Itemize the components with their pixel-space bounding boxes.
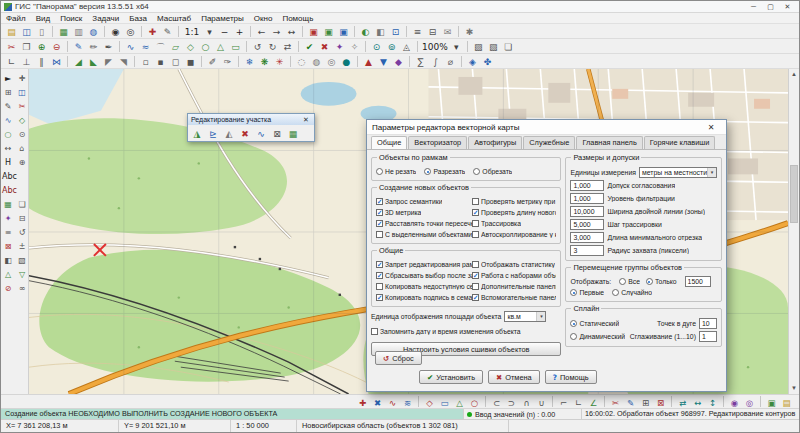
annotate-icon[interactable]: ✐ — [205, 55, 220, 68]
undo-icon[interactable]: ↺ — [250, 40, 265, 53]
dialog-tab[interactable]: Автофигуры — [468, 136, 522, 149]
hatch-icon[interactable]: ▨ — [471, 40, 486, 53]
checkbox-item[interactable]: ✓Проверять длину нового отрезка — [472, 207, 556, 218]
new-map-icon[interactable]: ▯ — [34, 25, 49, 38]
crosshair-icon[interactable]: ✛ — [15, 71, 29, 85]
small-square-icon[interactable]: ▫ — [138, 55, 153, 68]
snap-node-icon[interactable]: ⊚ — [384, 40, 399, 53]
star-outline-icon[interactable]: ✧ — [347, 40, 362, 53]
save-icon[interactable]: ◫ — [19, 25, 34, 38]
message-icon[interactable]: ✉ — [440, 25, 455, 38]
size-value-field[interactable]: 5,000 — [570, 219, 604, 230]
diamond-icon[interactable]: ◆ — [391, 55, 406, 68]
triangle-up-icon[interactable]: ▲ — [361, 55, 376, 68]
ellipse-icon[interactable]: ○ — [1, 127, 15, 141]
remove-grid-icon[interactable]: ⊠ — [653, 396, 668, 408]
move-count-field[interactable]: 1500 — [685, 276, 711, 287]
rhomb-icon[interactable]: ◇ — [422, 396, 437, 408]
tri-icon[interactable]: △ — [452, 396, 467, 408]
curve-icon[interactable]: ∿ — [1, 113, 15, 127]
find-object-icon[interactable]: ◎ — [123, 25, 138, 38]
copy-frame-icon[interactable]: ❏ — [15, 197, 29, 211]
scroll-down-icon[interactable]: ▼ — [789, 383, 799, 394]
radio-item[interactable]: Не резать — [376, 166, 416, 177]
map-sheet-icon[interactable]: ▥ — [71, 25, 86, 38]
asterisk-green-icon[interactable]: ❋ — [257, 55, 272, 68]
size-value-field[interactable]: 3,000 — [570, 232, 604, 243]
scale-list-dropdown[interactable]: ▾ — [202, 25, 217, 38]
panel-close-icon[interactable]: ✕ — [301, 116, 311, 124]
checkbox-item[interactable]: ✓Работа с наборами объектов — [472, 270, 556, 281]
binoculars-search-icon[interactable]: ◉ — [108, 25, 123, 38]
size-value-field[interactable]: 3 — [570, 245, 604, 256]
window-titlebar[interactable]: ГИС "Панорама" версия 13.5.51 x64 ─ ▢ ✕ — [1, 1, 799, 13]
menu-item[interactable]: Масштаб — [152, 13, 196, 24]
perpendicular-icon[interactable]: ⊥ — [19, 55, 34, 68]
subset-icon[interactable]: ⊂ — [489, 396, 504, 408]
fill-square-icon[interactable]: ▣ — [764, 396, 779, 408]
building-icon[interactable]: ⌂ — [15, 141, 29, 155]
merge-icon[interactable]: ⊵ — [205, 126, 221, 140]
dialog-tab[interactable]: Главная панель — [576, 136, 642, 149]
plus-minus-icon[interactable]: ± — [15, 239, 29, 253]
superset-icon[interactable]: ⊃ — [504, 396, 519, 408]
scroll-up-icon[interactable]: ▲ — [789, 69, 799, 80]
scroll-thumb[interactable] — [790, 165, 798, 223]
zoom-in-icon[interactable]: + — [232, 25, 247, 38]
redo-icon[interactable]: ↻ — [265, 40, 280, 53]
triangle-icon[interactable]: △ — [213, 40, 228, 53]
area-edit-icon[interactable]: ◮ — [189, 126, 205, 140]
dialog-close-icon[interactable]: ✕ — [701, 123, 721, 132]
small-filled-square-icon[interactable]: ▪ — [153, 55, 168, 68]
checkbox-item[interactable]: ✓Расставлять точки пересечений — [376, 218, 472, 229]
pattern-icon[interactable]: ▧ — [15, 253, 29, 267]
scale-cell[interactable]: 1 : 50 000 — [231, 420, 297, 433]
radio-item[interactable]: Случайно — [612, 287, 652, 298]
target-icon[interactable]: ◉ — [727, 396, 742, 408]
text-label-alt-tool[interactable]: Abc — [1, 183, 15, 197]
maximize-button[interactable]: ▢ — [762, 1, 779, 12]
open-map-icon[interactable]: ▤ — [4, 25, 19, 38]
pen-icon[interactable]: ✒ — [101, 40, 116, 53]
spline-value-field[interactable]: 10 — [699, 318, 717, 329]
edit-icon[interactable]: ✎ — [1, 99, 15, 113]
dialog-tab[interactable]: Горячие клавиши — [644, 136, 716, 149]
arc-icon[interactable]: ⌒ — [153, 40, 168, 53]
create-object-icon[interactable]: ✚ — [145, 25, 160, 38]
checkbox-item[interactable]: Копировать недоступную семантику — [376, 281, 472, 292]
pan-right-icon[interactable]: → — [269, 25, 284, 38]
size-value-field[interactable]: 10,000 — [570, 206, 604, 217]
radio-item[interactable]: Разрезать — [424, 166, 465, 177]
pan-left-icon[interactable]: ← — [254, 25, 269, 38]
radio-item[interactable]: Все — [619, 276, 640, 287]
snap-point-icon[interactable]: ⊙ — [369, 40, 384, 53]
reset-button[interactable]: ↺ Сброс — [375, 351, 422, 365]
collapse-icon[interactable]: ⊟ — [15, 211, 29, 225]
select-area-icon[interactable]: ⊡ — [388, 25, 403, 38]
cross-leaf-icon[interactable]: ✤ — [480, 55, 495, 68]
area-unit-combobox[interactable]: кв.м ▾ — [504, 311, 546, 322]
help-button[interactable]: ? Помощь — [545, 370, 597, 384]
waves-icon[interactable]: ≋ — [400, 396, 415, 408]
forbid-icon[interactable]: ⊘ — [1, 281, 15, 295]
fill-icon[interactable]: ▦ — [1, 197, 15, 211]
area-editing-panel-titlebar[interactable]: Редактирование участка ✕ — [188, 114, 314, 125]
radio-item[interactable]: Первые — [570, 287, 604, 298]
pan-icon[interactable]: ↔ — [284, 25, 299, 38]
map-background-icon[interactable]: ◐ — [358, 25, 373, 38]
scale-1-1-button[interactable]: 1:1 — [182, 25, 202, 38]
annotate-alt-icon[interactable]: ✑ — [220, 55, 235, 68]
split-icon[interactable]: ◭ — [221, 126, 237, 140]
layer-blue-icon[interactable]: ▣ — [336, 25, 351, 38]
confirm-icon[interactable]: ✔ — [302, 40, 317, 53]
layers-icon[interactable]: ▤ — [779, 396, 794, 408]
bullseye-icon[interactable]: ◎ — [324, 55, 339, 68]
zoom-out-icon[interactable]: − — [217, 25, 232, 38]
target-alt-icon[interactable]: ◎ — [742, 396, 757, 408]
spline-icon[interactable]: ∿ — [123, 40, 138, 53]
sum-icon[interactable]: ∑ — [413, 55, 428, 68]
radio-item[interactable]: Динамический — [570, 331, 626, 342]
rect-icon[interactable]: ▭ — [437, 396, 452, 408]
smooth-line-icon[interactable]: ≈ — [138, 40, 153, 53]
square-outline-icon[interactable]: ◻ — [168, 55, 183, 68]
